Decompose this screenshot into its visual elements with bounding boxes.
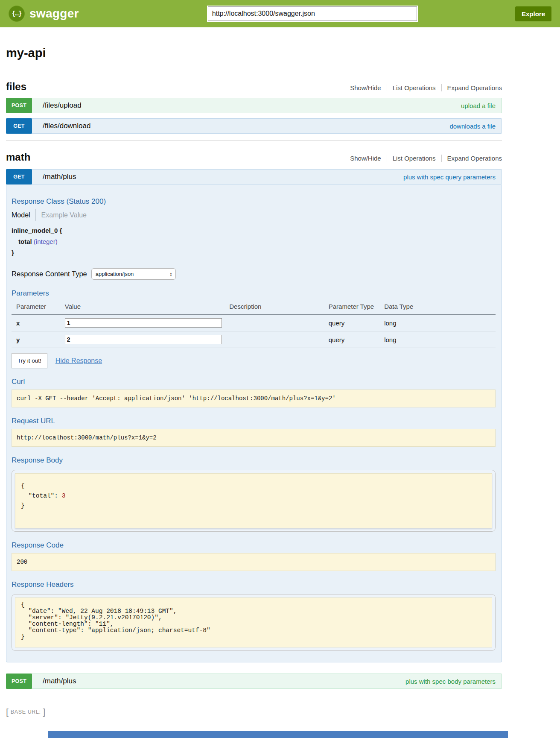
selected-option: application/json (96, 271, 134, 277)
get-method-badge: GET (6, 169, 32, 184)
divider (441, 155, 442, 162)
operation-row-files-download[interactable]: GET /files/download downloads a file (6, 118, 502, 134)
content-wrap: my-api files Show/Hide List Operations E… (6, 46, 502, 717)
post-method-badge: POST (6, 674, 32, 689)
select-arrows-icon: ▲▼ (169, 272, 172, 276)
math-section-header: math Show/Hide List Operations Expand Op… (6, 151, 502, 163)
model-signature: inline_model_0 { total (integer) } (12, 227, 496, 256)
hide-response-link[interactable]: Hide Response (55, 357, 102, 365)
response-headers-box: { "date": "Wed, 22 Aug 2018 18:49:13 GMT… (15, 597, 492, 647)
show-hide-link[interactable]: Show/Hide (350, 155, 381, 162)
response-content-type-select[interactable]: application/json ▲▼ (91, 268, 176, 280)
swagger-logo[interactable]: {…} swagger (9, 6, 79, 22)
parameter-name: x (12, 314, 65, 331)
request-url-heading: Request URL (12, 417, 496, 425)
json-close-brace: } (21, 501, 486, 511)
operation-row-math-plus-post[interactable]: POST /math/plus plus with spec body para… (6, 674, 502, 689)
parameter-row-x: x query long (12, 314, 496, 331)
parameter-type: query (329, 331, 384, 348)
operation-path[interactable]: /files/upload (43, 101, 82, 110)
property-name: total (18, 238, 32, 245)
base-url-label: BASE URL: (11, 709, 41, 715)
parameter-data-type: long (384, 314, 496, 331)
parameter-data-type: long (384, 331, 496, 348)
parameters-heading: Parameters (12, 289, 496, 298)
parameter-row-y: y query long (12, 331, 496, 348)
expand-operations-link[interactable]: Expand Operations (447, 84, 502, 91)
json-key: "total": (21, 492, 62, 499)
property-type: (integer) (34, 238, 58, 245)
bracket-close: ] (43, 707, 46, 717)
parameter-description (229, 331, 328, 348)
operation-summary[interactable]: downloads a file (449, 123, 496, 130)
col-parameter-type: Parameter Type (329, 301, 384, 314)
section-divider (6, 141, 502, 141)
json-number-value: 3 (62, 492, 66, 499)
list-operations-link[interactable]: List Operations (393, 155, 436, 162)
math-section-controls: Show/Hide List Operations Expand Operati… (350, 155, 502, 162)
request-url-box: http://localhost:3000/math/plus?x=1&y=2 (12, 429, 496, 447)
model-property-line: total (integer) (18, 238, 496, 245)
header-bar: {…} swagger Explore (0, 0, 560, 27)
response-body-heading: Response Body (12, 456, 496, 465)
try-it-out-button[interactable]: Try it out! (12, 353, 47, 368)
math-section-title: math (6, 151, 30, 163)
model-open-line: inline_model_0 { (12, 227, 496, 234)
list-operations-link[interactable]: List Operations (393, 84, 436, 91)
response-headers-wrapper: { "date": "Wed, 22 Aug 2018 18:49:13 GMT… (12, 594, 496, 651)
col-data-type: Data Type (384, 301, 496, 314)
files-section-header: files Show/Hide List Operations Expand O… (6, 81, 502, 93)
operation-path[interactable]: /math/plus (43, 173, 76, 181)
post-method-badge: POST (6, 98, 32, 113)
divider (35, 209, 36, 221)
bottom-blue-bar (48, 731, 508, 738)
page-title: my-api (6, 46, 502, 60)
col-description: Description (229, 301, 328, 314)
response-class-heading: Response Class (Status 200) (12, 197, 496, 206)
base-url-footer: [ BASE URL: ] (6, 707, 502, 717)
brand-title: swagger (29, 7, 79, 20)
parameter-type: query (329, 314, 384, 331)
response-content-type-label: Response Content Type (12, 270, 87, 278)
explore-button[interactable]: Explore (515, 6, 551, 21)
curl-heading: Curl (12, 378, 496, 386)
divider (441, 84, 442, 91)
response-code-heading: Response Code (12, 541, 496, 550)
files-section-controls: Show/Hide List Operations Expand Operati… (350, 84, 502, 91)
url-zone (79, 6, 515, 21)
tab-model[interactable]: Model (12, 211, 30, 219)
response-body-box: { "total": 3} (15, 473, 492, 528)
operation-summary[interactable]: plus with spec body parameters (405, 678, 496, 685)
curl-command-box: curl -X GET --header 'Accept: applicatio… (12, 390, 496, 407)
expand-operations-link[interactable]: Expand Operations (447, 155, 502, 162)
parameters-table: Parameter Value Description Parameter Ty… (12, 301, 496, 348)
tab-example-value[interactable]: Example Value (41, 211, 87, 219)
swagger-url-input[interactable] (208, 6, 417, 21)
try-it-row: Try it out! Hide Response (12, 353, 496, 368)
parameters-header-row: Parameter Value Description Parameter Ty… (12, 301, 496, 314)
col-value: Value (65, 301, 230, 314)
response-body-wrapper: { "total": 3} (12, 470, 496, 532)
parameter-name: y (12, 331, 65, 348)
operation-row-math-plus-get[interactable]: GET /math/plus plus with spec query para… (6, 169, 502, 184)
divider (387, 84, 387, 91)
json-total-line: "total": 3 (21, 491, 486, 501)
parameter-value-input-x[interactable] (65, 318, 222, 328)
operation-path[interactable]: /files/download (43, 122, 90, 130)
swagger-braces-icon: {…} (9, 6, 25, 22)
operation-row-files-upload[interactable]: POST /files/upload upload a file (6, 98, 502, 113)
col-parameter: Parameter (12, 301, 65, 314)
operation-summary[interactable]: plus with spec query parameters (403, 173, 496, 181)
response-code-box: 200 (12, 553, 496, 571)
files-section-title: files (6, 81, 26, 93)
divider (387, 155, 387, 162)
json-open-brace: { (21, 481, 486, 491)
model-close-line: } (12, 249, 496, 256)
parameter-value-input-y[interactable] (65, 335, 222, 344)
response-content-type-row: Response Content Type application/json ▲… (12, 268, 496, 280)
operation-expanded-panel: Response Class (Status 200) Model Exampl… (6, 184, 502, 662)
operation-path[interactable]: /math/plus (43, 677, 76, 685)
show-hide-link[interactable]: Show/Hide (350, 84, 381, 91)
get-method-badge: GET (6, 118, 32, 134)
operation-summary[interactable]: upload a file (461, 102, 496, 109)
